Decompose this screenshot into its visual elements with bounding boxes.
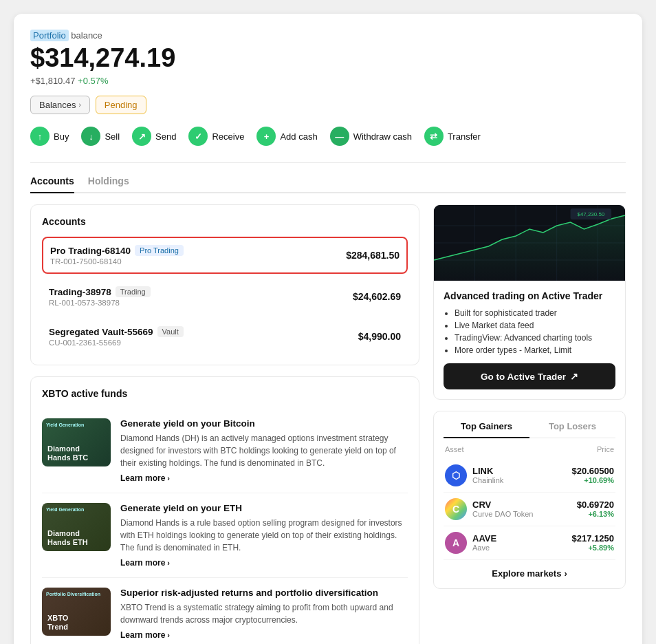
account-id-trading: RL-001-0573-38978 <box>49 299 151 307</box>
account-name-trading: Trading-38978 Trading <box>49 286 151 297</box>
trader-chart: $47,230.50 <box>434 205 625 281</box>
chevron-icon: › <box>78 101 80 109</box>
gainer-row-link[interactable]: ⬡ LINK Chainlink $20.60500 +10.69% <box>444 459 615 493</box>
fund-content-portfolio: Superior risk-adjusted returns and portf… <box>120 588 408 640</box>
fund-desc-eth: Diamond Hands is a rule based option sel… <box>120 517 408 554</box>
account-name-vault: Segregated Vault-55669 Vault <box>49 326 184 337</box>
fund-thumb-label-portfolio: XBTOTrend <box>47 614 68 632</box>
account-row-vault[interactable]: Segregated Vault-55669 Vault CU-001-2361… <box>42 319 408 354</box>
learn-more-btc[interactable]: Learn more › <box>120 473 408 483</box>
add-cash-icon: + <box>256 127 276 146</box>
withdraw-cash-button[interactable]: — Withdraw cash <box>330 127 412 146</box>
trader-info: Advanced trading on Active Trader Built … <box>434 281 625 399</box>
gainers-header: Asset Price <box>444 445 615 453</box>
fund-content-eth: Generate yield on your ETH Diamond Hands… <box>120 503 408 568</box>
fund-thumb-portfolio: Portfolio Diversification XBTOTrend <box>42 588 111 636</box>
account-id-vault: CU-001-2361-55669 <box>49 339 184 347</box>
account-info-trading: Trading-38978 Trading RL-001-0573-38978 <box>49 286 151 307</box>
trader-card: $47,230.50 Advanced trading on Active Tr… <box>433 204 626 400</box>
learn-more-arrow-btc: › <box>167 474 170 482</box>
gainer-row-aave[interactable]: A AAVE Aave $217.1250 +5.89% <box>444 526 615 560</box>
learn-more-portfolio[interactable]: Learn more › <box>120 630 408 640</box>
transfer-icon: ⇄ <box>424 127 444 146</box>
fund-thumb-btc: Yield Generation DiamondHands BTC <box>42 418 111 466</box>
fund-tag-eth: Yield Generation <box>46 507 84 512</box>
receive-icon: ✓ <box>188 127 208 146</box>
tab-accounts[interactable]: Accounts <box>30 175 74 193</box>
gainer-name-aave: AAVE <box>472 533 572 544</box>
account-row-trading[interactable]: Trading-38978 Trading RL-001-0573-38978 … <box>42 279 408 314</box>
withdraw-icon: — <box>330 127 349 146</box>
gainer-row-crv[interactable]: C CRV Curve DAO Token $0.69720 +6.13% <box>444 493 615 526</box>
badge-trading: Trading <box>116 286 151 297</box>
fund-content-btc: Generate yield on your Bitcoin Diamond H… <box>120 418 408 483</box>
fund-item-portfolio: Portfolio Diversification XBTOTrend Supe… <box>42 578 408 644</box>
gainers-tabs: Top Gainers Top Losers <box>444 421 615 438</box>
fund-item-btc: Yield Generation DiamondHands BTC Genera… <box>42 409 408 493</box>
change-amount: +$1,810.47 <box>30 76 75 86</box>
account-info-pro: Pro Trading-68140 Pro Trading TR-001-750… <box>50 245 184 266</box>
account-name-pro: Pro Trading-68140 Pro Trading <box>50 245 184 256</box>
feature-3: TradingView: Advanced charting tools <box>455 333 615 343</box>
badge-vault: Vault <box>157 326 184 337</box>
portfolio-label: Portfolio balance <box>30 30 626 41</box>
gainer-price-link: $20.60500 <box>572 466 614 476</box>
portfolio-header: Portfolio balance $314,274.19 +$1,810.47… <box>30 30 626 86</box>
tab-holdings[interactable]: Holdings <box>88 175 129 193</box>
external-link-icon: ↗ <box>570 371 578 382</box>
account-balance-vault: $4,990.00 <box>358 331 401 342</box>
balances-tab[interactable]: Balances › <box>30 96 90 114</box>
fund-title-portfolio: Superior risk-adjusted returns and portf… <box>120 588 408 598</box>
main-tabs: Accounts Holdings <box>30 175 626 193</box>
account-row-pro[interactable]: Pro Trading-68140 Pro Trading TR-001-750… <box>42 237 408 274</box>
feature-2: Live Market data feed <box>455 321 615 330</box>
gainers-header-asset: Asset <box>445 445 464 453</box>
learn-more-eth[interactable]: Learn more › <box>120 558 408 568</box>
badge-pro: Pro Trading <box>135 245 184 256</box>
learn-more-arrow-eth: › <box>167 559 170 567</box>
gainers-card: Top Gainers Top Losers Asset Price ⬡ LIN… <box>433 411 626 589</box>
svg-text:$47,230.50: $47,230.50 <box>577 211 604 217</box>
receive-button[interactable]: ✓ Receive <box>188 127 244 146</box>
buy-button[interactable]: ↑ Buy <box>30 127 69 146</box>
explore-markets-link[interactable]: Explore markets › <box>444 568 615 579</box>
right-panel: $47,230.50 Advanced trading on Active Tr… <box>433 204 626 644</box>
gainer-price-crv: $0.69720 <box>577 500 614 510</box>
gainer-name-link: LINK <box>472 466 572 476</box>
main-container: Portfolio balance $314,274.19 +$1,810.47… <box>14 14 642 644</box>
pending-tab[interactable]: Pending <box>96 96 146 114</box>
account-id-pro: TR-001-7500-68140 <box>50 257 184 266</box>
fund-tag-portfolio: Portfolio Diversification <box>46 592 100 597</box>
action-buttons: ↑ Buy ↓ Sell ↗ Send ✓ Receive + Add cash… <box>30 127 626 146</box>
fund-thumb-label-btc: DiamondHands BTC <box>47 444 88 462</box>
transfer-button[interactable]: ⇄ Transfer <box>424 127 481 146</box>
sell-button[interactable]: ↓ Sell <box>81 127 120 146</box>
sell-icon: ↓ <box>81 127 100 146</box>
account-balance-pro: $284,681.50 <box>346 250 400 261</box>
portfolio-balance: $314,274.19 <box>30 43 626 73</box>
gainer-price-aave: $217.1250 <box>572 533 614 544</box>
gainer-price-col-link: $20.60500 +10.69% <box>572 466 614 484</box>
xbto-title: XBTO active funds <box>42 388 408 399</box>
fund-title-eth: Generate yield on your ETH <box>120 503 408 513</box>
fund-desc-btc: Diamond Hands (DH) is an actively manage… <box>120 432 408 469</box>
trader-features: Built for sophisticated trader Live Mark… <box>444 308 615 355</box>
gainer-pct-crv: +6.13% <box>577 510 614 518</box>
gainer-pct-link: +10.69% <box>572 476 614 484</box>
gainer-info-crv: CRV Curve DAO Token <box>472 500 577 518</box>
tab-top-gainers[interactable]: Top Gainers <box>444 421 529 438</box>
tab-top-losers[interactable]: Top Losers <box>529 421 615 438</box>
go-trader-button[interactable]: Go to Active Trader ↗ <box>444 363 615 389</box>
fund-desc-portfolio: XBTO Trend is a systematic strategy aimi… <box>120 601 408 626</box>
gainer-price-col-aave: $217.1250 +5.89% <box>572 533 614 552</box>
fund-thumb-eth: Yield Generation DiamondHands ETH <box>42 503 111 551</box>
send-button[interactable]: ↗ Send <box>132 127 176 146</box>
accounts-title: Accounts <box>42 216 408 227</box>
gainer-full-crv: Curve DAO Token <box>472 510 577 518</box>
gainer-info-link: LINK Chainlink <box>472 466 572 484</box>
crv-icon: C <box>445 498 467 520</box>
explore-arrow-icon: › <box>564 568 567 579</box>
add-cash-button[interactable]: + Add cash <box>256 127 317 146</box>
trader-title: Advanced trading on Active Trader <box>444 290 615 301</box>
aave-icon: A <box>445 532 467 554</box>
